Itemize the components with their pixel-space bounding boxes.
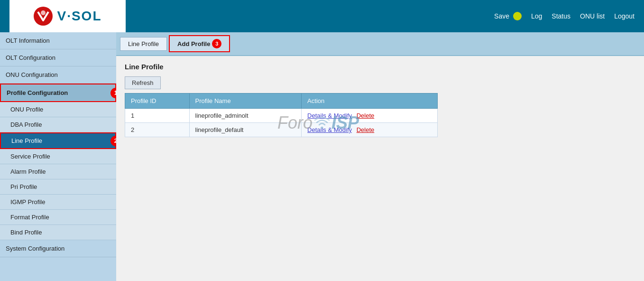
cell-action: Details & Modify Delete [302,123,438,137]
cell-action: Details & Modify Delete [302,109,438,123]
svg-point-0 [34,7,53,26]
delete-link[interactable]: Delete [357,112,375,119]
sidebar-item-system-configuration[interactable]: System Configuration [0,240,116,257]
cell-profile-name: lineprofile_default [189,123,302,137]
details-modify-link[interactable]: Details & Modify [307,126,352,133]
sidebar: OLT Information OLT Configuration ONU Co… [0,32,116,281]
sidebar-subitem-bind-profile[interactable]: Bind Profile [0,225,116,240]
logo-area: V·SOL [9,0,126,32]
tab-bar: Line Profile Add Profile 3 [116,32,644,56]
status-link[interactable]: Status [552,12,570,20]
sidebar-subitem-igmp-profile[interactable]: IGMP Profile [0,195,116,210]
tab-add-profile[interactable]: Add Profile 3 [169,35,230,52]
annotation-badge-3: 3 [212,39,221,48]
vsol-logo-icon [33,6,53,26]
delete-link[interactable]: Delete [357,126,375,133]
cell-profile-id: 2 [125,123,190,137]
logo-text: V·SOL [57,9,101,24]
table-row: 2 lineprofile_default Details & Modify D… [125,123,438,137]
sidebar-subitem-pri-profile[interactable]: Pri Profile [0,179,116,195]
tab-line-profile[interactable]: Line Profile [120,37,167,51]
save-label[interactable]: Save [494,12,509,20]
sidebar-subitem-alarm-profile[interactable]: Alarm Profile [0,164,116,179]
col-profile-id: Profile ID [125,94,190,109]
svg-point-1 [41,10,46,15]
log-link[interactable]: Log [531,12,542,20]
table-row: 1 lineprofile_adminolt Details & Modify … [125,109,438,123]
content-area: Line Profile Add Profile 3 Line Profile … [116,32,644,281]
sidebar-item-olt-information[interactable]: OLT Information [0,32,116,49]
header: V·SOL Save Log Status ONU list Logout [0,0,644,32]
annotation-badge-2: 2 [110,136,116,146]
col-profile-name: Profile Name [189,94,302,109]
onu-list-link[interactable]: ONU list [580,12,605,20]
save-area: Save [494,12,522,20]
annotation-badge-1: 1 [110,88,116,98]
status-indicator [513,12,522,20]
page-content: Line Profile Refresh Profile ID Profile … [116,56,644,144]
col-action: Action [302,94,438,109]
sidebar-item-olt-configuration[interactable]: OLT Configuration [0,49,116,66]
sidebar-subitem-line-profile[interactable]: Line Profile 2 [0,132,116,149]
sidebar-subitem-dba-profile[interactable]: DBA Profile [0,117,116,132]
cell-profile-name: lineprofile_adminolt [189,109,302,123]
main-layout: OLT Information OLT Configuration ONU Co… [0,32,644,281]
sidebar-subitem-onu-profile[interactable]: ONU Profile [0,102,116,117]
sidebar-subitem-service-profile[interactable]: Service Profile [0,149,116,164]
refresh-button[interactable]: Refresh [125,76,161,89]
sidebar-item-profile-configuration[interactable]: Profile Configuration 1 [0,84,116,102]
sidebar-subitem-format-profile[interactable]: Format Profile [0,210,116,225]
sidebar-item-onu-configuration[interactable]: ONU Configuration [0,66,116,84]
page-title: Line Profile [125,63,635,71]
details-modify-link[interactable]: Details & Modify [307,112,352,119]
profile-table: Profile ID Profile Name Action 1 linepro… [125,93,438,137]
header-right: Save Log Status ONU list Logout [494,12,635,20]
logout-link[interactable]: Logout [614,12,635,20]
cell-profile-id: 1 [125,109,190,123]
